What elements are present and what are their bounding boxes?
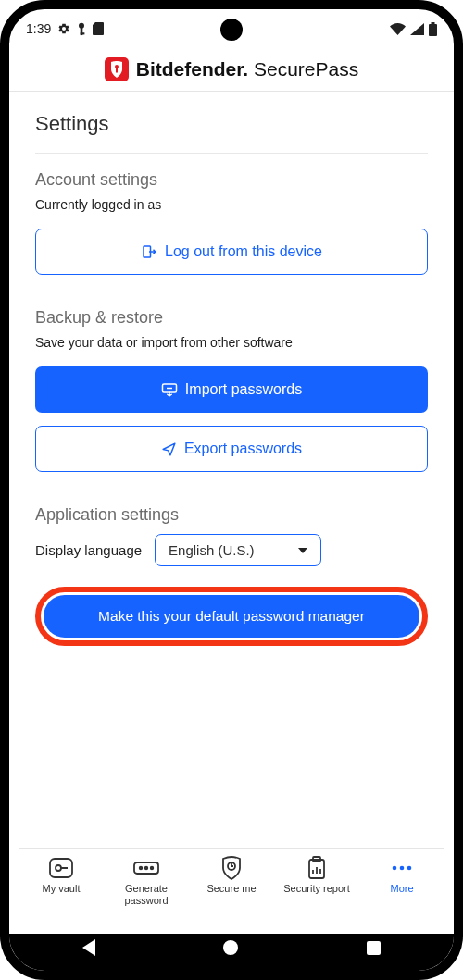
brand-dot: .	[243, 58, 248, 80]
bitdefender-logo-icon	[105, 57, 129, 81]
import-icon	[161, 382, 178, 397]
battery-icon	[429, 22, 437, 36]
svg-rect-6	[116, 68, 118, 73]
app-title: Bitdefender. SecurePass	[136, 58, 358, 81]
android-home-button[interactable]	[223, 940, 238, 955]
wifi-icon	[390, 23, 406, 35]
export-passwords-button[interactable]: Export passwords	[35, 426, 428, 472]
report-icon	[307, 856, 327, 880]
nav-generate-password[interactable]: Generate password	[110, 856, 182, 907]
divider	[35, 153, 428, 154]
password-generator-icon	[132, 856, 160, 880]
svg-rect-2	[81, 32, 85, 34]
language-value: English (U.S.)	[169, 542, 255, 558]
sd-card-icon	[93, 22, 104, 35]
gear-icon	[57, 22, 70, 35]
page-title: Settings	[35, 112, 428, 136]
status-time: 1:39	[26, 21, 51, 36]
svg-point-19	[400, 866, 405, 871]
svg-point-13	[145, 867, 148, 870]
shield-icon	[221, 856, 242, 880]
svg-point-10	[56, 865, 61, 871]
svg-point-18	[393, 866, 397, 871]
import-label: Import passwords	[185, 381, 302, 398]
section-heading-app: Application settings	[35, 505, 428, 525]
signal-icon	[410, 23, 424, 35]
divider	[9, 91, 454, 92]
make-default-label: Make this your default password manager	[98, 608, 365, 625]
app-header: Bitdefender. SecurePass	[9, 43, 454, 91]
chevron-down-icon	[298, 548, 307, 553]
svg-point-14	[151, 867, 154, 870]
import-passwords-button[interactable]: Import passwords	[35, 366, 428, 413]
key-icon	[77, 22, 86, 36]
highlight-callout: Make this your default password manager	[35, 587, 428, 646]
nav-more[interactable]: More	[366, 856, 438, 895]
android-back-button[interactable]	[82, 939, 95, 956]
language-label: Display language	[35, 542, 142, 558]
more-icon	[390, 856, 414, 880]
export-icon	[161, 441, 177, 457]
make-default-button[interactable]: Make this your default password manager	[44, 595, 419, 638]
nav-secure-me[interactable]: Secure me	[195, 856, 268, 895]
bottom-nav: My vault Generate password Secure me Sec…	[19, 848, 444, 924]
svg-rect-4	[432, 22, 435, 25]
nav-my-vault[interactable]: My vault	[25, 856, 97, 895]
vault-icon	[48, 856, 74, 880]
svg-point-5	[115, 65, 119, 68]
logged-in-label: Currently logged in as	[35, 197, 428, 212]
logout-label: Log out from this device	[165, 243, 322, 260]
svg-rect-3	[429, 24, 437, 36]
backup-info: Save your data or import from other soft…	[35, 335, 428, 350]
logout-button[interactable]: Log out from this device	[35, 229, 428, 275]
logout-icon	[141, 243, 157, 260]
android-recents-button[interactable]	[367, 941, 381, 955]
svg-point-12	[140, 867, 143, 870]
section-heading-account: Account settings	[35, 170, 428, 190]
language-select[interactable]: English (U.S.)	[155, 534, 321, 566]
svg-point-20	[407, 866, 412, 871]
front-camera	[220, 19, 243, 41]
export-label: Export passwords	[184, 440, 302, 457]
nav-security-report[interactable]: Security report	[281, 856, 353, 895]
android-nav-bar	[19, 928, 444, 967]
section-heading-backup: Backup & restore	[35, 308, 428, 328]
